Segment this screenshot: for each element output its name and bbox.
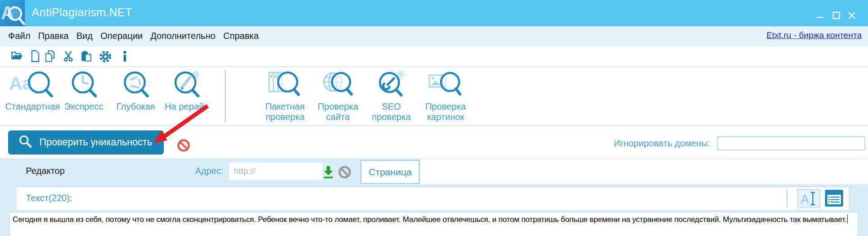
text-caret <box>847 215 848 223</box>
svg-text:A: A <box>801 193 809 206</box>
mode-deep-label: Глубокая <box>116 101 155 112</box>
action-row: Проверить уникальность Игнорировать доме… <box>0 126 868 159</box>
cancel-download-icon[interactable] <box>338 165 351 179</box>
seo-wrench-icon <box>374 70 408 101</box>
check-modes-ribbon: Aa Стандартная Экспресс <box>0 67 868 126</box>
minimize-button[interactable] <box>815 11 825 20</box>
quick-toolbar <box>0 46 868 67</box>
document-text-area[interactable]: Сегодня я вышла из себя, потому что не с… <box>9 212 858 236</box>
site-check-label: Проверка сайта <box>310 101 366 122</box>
text-header-bar: Текст(220): A <box>16 187 849 211</box>
open-folder-icon[interactable] <box>11 50 24 63</box>
mode-rewrite-button[interactable]: На рерайт <box>157 70 216 112</box>
document-text: Сегодня я вышла из себя, потому что не с… <box>13 215 847 224</box>
image-check-button[interactable]: Проверка картинок <box>417 70 474 122</box>
report-list-icon[interactable] <box>825 189 844 208</box>
tab-page[interactable]: Страница <box>360 160 420 184</box>
copy-icon[interactable] <box>44 50 57 63</box>
font-select-icon[interactable]: A <box>797 189 820 208</box>
rewrite-pencil-icon <box>169 70 204 101</box>
address-input[interactable] <box>229 162 323 180</box>
close-button[interactable] <box>847 11 857 20</box>
menu-edit[interactable]: Правка <box>38 30 69 42</box>
etxt-exchange-link[interactable]: Etxt.ru - биржа контента <box>766 30 862 40</box>
address-label: Адрес: <box>168 166 223 176</box>
batch-check-button[interactable]: Пакетная проверка <box>257 70 313 122</box>
app-logo: A <box>0 0 25 26</box>
window-title: AntiPlagiarism.NET <box>32 6 132 19</box>
new-document-icon[interactable] <box>29 50 42 63</box>
antiplagiarism-window: A AntiPlagiarism.NET Файл Правка Вид Опе… <box>0 0 868 236</box>
menu-operations[interactable]: Операции <box>100 30 143 42</box>
batch-check-icon <box>268 70 302 101</box>
header-divider <box>787 191 787 207</box>
deep-check-icon <box>119 70 153 101</box>
mode-express-button[interactable]: Экспресс <box>54 70 114 112</box>
editor-panel: Редактор Адрес: Страница Текст(220): A <box>0 159 868 236</box>
info-icon[interactable] <box>119 50 131 63</box>
check-uniqueness-button[interactable]: Проверить уникальность <box>8 130 164 154</box>
download-page-icon[interactable] <box>323 165 335 178</box>
image-check-label: Проверка картинок <box>417 101 474 122</box>
check-uniqueness-label: Проверить уникальность <box>39 137 152 148</box>
image-check-icon <box>428 70 463 101</box>
site-check-button[interactable]: Проверка сайта <box>310 70 366 122</box>
ignore-domains-input[interactable] <box>717 136 865 150</box>
tab-editor[interactable]: Редактор <box>26 166 65 176</box>
search-icon <box>19 135 32 151</box>
cut-scissors-icon[interactable] <box>62 50 75 63</box>
menu-help[interactable]: Справка <box>223 30 258 42</box>
settings-gear-icon[interactable] <box>99 50 112 63</box>
mode-rewrite-label: На рерайт <box>165 101 208 112</box>
express-clock-icon <box>66 70 101 101</box>
batch-check-label: Пакетная проверка <box>257 101 313 122</box>
text-count-label: Текст(220): <box>26 193 72 203</box>
site-globe-icon <box>321 70 355 101</box>
title-bar: A AntiPlagiarism.NET <box>0 0 868 26</box>
menu-view[interactable]: Вид <box>76 30 93 42</box>
maximize-button[interactable] <box>831 11 841 20</box>
standard-check-icon: Aa <box>8 70 57 101</box>
ignore-domains-label: Игнорировать домены: <box>613 138 710 149</box>
seo-check-button[interactable]: SEO проверка <box>363 70 419 122</box>
paste-icon[interactable] <box>80 50 93 63</box>
menu-bar: Файл Правка Вид Операции Дополнительно С… <box>0 26 868 46</box>
menu-file[interactable]: Файл <box>8 30 30 42</box>
seo-check-label: SEO проверка <box>363 101 419 122</box>
tab-strip-spacer <box>420 159 868 184</box>
mode-express-label: Экспресс <box>64 101 103 112</box>
mode-standard-label: Стандартная <box>5 101 60 112</box>
stop-check-icon[interactable] <box>177 139 190 152</box>
ribbon-group-separator <box>225 70 226 122</box>
menu-additional[interactable]: Дополнительно <box>150 30 215 42</box>
